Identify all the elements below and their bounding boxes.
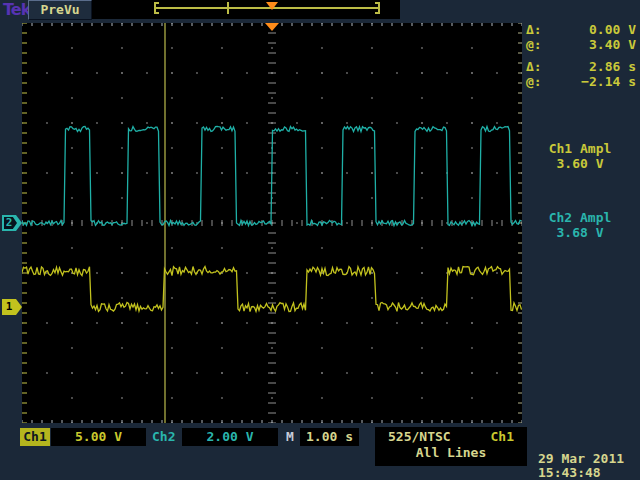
ch1-marker-label: 1	[2, 300, 16, 314]
delta-icon: Δ:	[526, 59, 542, 74]
date-text: 29 Mar 2011	[538, 452, 638, 466]
record-bracket-stub	[154, 2, 159, 4]
trigger-marker-icon	[265, 23, 279, 31]
waveform-display	[22, 23, 522, 423]
waveform-canvas	[22, 23, 522, 423]
trigger-source: Ch1	[491, 429, 514, 444]
ch2-marker-label: 2	[2, 216, 16, 230]
ch1-scale-readout: 5.00 V	[51, 428, 146, 446]
cursor-delta-t-readout: Δ: 2.86 s	[526, 59, 636, 74]
delta-icon: Δ:	[526, 22, 542, 37]
trace-ch2	[22, 126, 522, 225]
cursor-delta-t-value: 2.86 s	[589, 59, 636, 74]
record-bracket-stub	[375, 2, 380, 4]
at-icon: @:	[526, 74, 542, 89]
datetime-readout: 29 Mar 2011 15:43:48	[538, 452, 638, 480]
cursor-at-v-readout: @: 3.40 V	[526, 37, 636, 52]
record-view-bar	[92, 0, 400, 19]
trigger-position-icon	[266, 2, 278, 10]
trigger-type: 525/NTSC	[388, 429, 451, 444]
record-tick	[227, 2, 229, 14]
ch2-channel-badge: Ch2	[152, 429, 175, 444]
record-bracket-stub	[375, 12, 380, 14]
cursor-at-t-value: −2.14 s	[581, 74, 636, 89]
acquisition-status-badge: PreVu	[28, 0, 92, 20]
cursor-at-v-value: 3.40 V	[589, 37, 636, 52]
ch1-position-marker: 1	[2, 299, 22, 315]
record-bracket-stub	[154, 12, 159, 14]
ch2-measurement-value: 3.68 V	[522, 225, 638, 240]
ch2-measurement-label: Ch2 Ampl	[522, 210, 638, 225]
ch2-amplitude-measurement: Ch2 Ampl 3.68 V	[522, 210, 638, 240]
cursor-delta-v-readout: Δ: 0.00 V	[526, 22, 636, 37]
tek-logo: Tek	[3, 0, 30, 19]
oscilloscope-screen: { "header": { "logo": "Tek", "acq_status…	[0, 0, 640, 480]
cursor-delta-v-value: 0.00 V	[589, 22, 636, 37]
timebase-badge: M	[286, 429, 294, 444]
trigger-info-box: 525/NTSC Ch1 All Lines	[375, 427, 527, 466]
trigger-mode: All Lines	[375, 445, 527, 460]
time-text: 15:43:48	[538, 466, 638, 480]
ch1-measurement-label: Ch1 Ampl	[522, 141, 638, 156]
cursor-at-t-readout: @: −2.14 s	[526, 74, 636, 89]
at-icon: @:	[526, 37, 542, 52]
ch1-channel-badge: Ch1	[20, 428, 50, 446]
timebase-readout: 1.00 s	[300, 428, 359, 446]
ch1-amplitude-measurement: Ch1 Ampl 3.60 V	[522, 141, 638, 171]
ch1-measurement-value: 3.60 V	[522, 156, 638, 171]
ch2-position-marker: 2	[2, 215, 22, 231]
ch2-scale-readout: 2.00 V	[182, 428, 278, 446]
